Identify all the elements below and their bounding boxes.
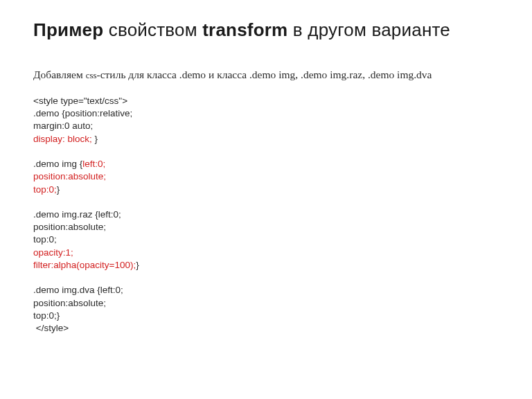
code-l16: </style> <box>33 323 69 333</box>
code-l06-red: position:absolute; <box>33 171 106 181</box>
title-part1: Пример <box>33 19 103 40</box>
code-l09: position:absolute; <box>33 222 106 232</box>
code-block: <style type="text/css"> .demo {position:… <box>33 95 499 335</box>
code-l04b: } <box>92 134 98 144</box>
code-l08: .demo img.raz {left:0; <box>33 209 121 220</box>
code-l11-red: opacity:1; <box>33 247 73 258</box>
code-l02: .demo {position:relative; <box>33 108 132 118</box>
code-l05a: .demo img { <box>33 159 82 169</box>
title-part3: transform <box>202 19 287 40</box>
code-l12b: } <box>136 260 139 270</box>
code-l05b-red: left:0; <box>82 159 105 169</box>
code-l15: top:0;} <box>33 310 60 321</box>
code-l01: <style type="text/css"> <box>33 96 127 106</box>
page-title: Пример свойством transform в другом вари… <box>33 19 499 41</box>
code-l13: .demo img.dva {left:0; <box>33 285 123 295</box>
code-l04-red: display: block; <box>33 134 92 144</box>
code-l12-red: filter:alpha(opacity=100); <box>33 260 136 270</box>
code-l14: position:absolute; <box>33 298 106 308</box>
code-l10: top:0; <box>33 234 57 245</box>
intro-text: Добавляем css-стиль для класса .demo и к… <box>33 69 499 81</box>
code-l03: margin:0 auto; <box>33 121 93 131</box>
title-part4: в другом варианте <box>287 19 450 40</box>
slide: Пример свойством transform в другом вари… <box>0 0 532 335</box>
intro-t3: -стиль для класса .demo и класса .demo i… <box>97 69 432 80</box>
title-part2: свойством <box>103 19 202 40</box>
intro-t1: Добавляем <box>33 69 86 80</box>
intro-t2: css <box>86 70 97 80</box>
code-l07-red: top:0; <box>33 184 57 195</box>
code-l07b: } <box>57 184 60 195</box>
